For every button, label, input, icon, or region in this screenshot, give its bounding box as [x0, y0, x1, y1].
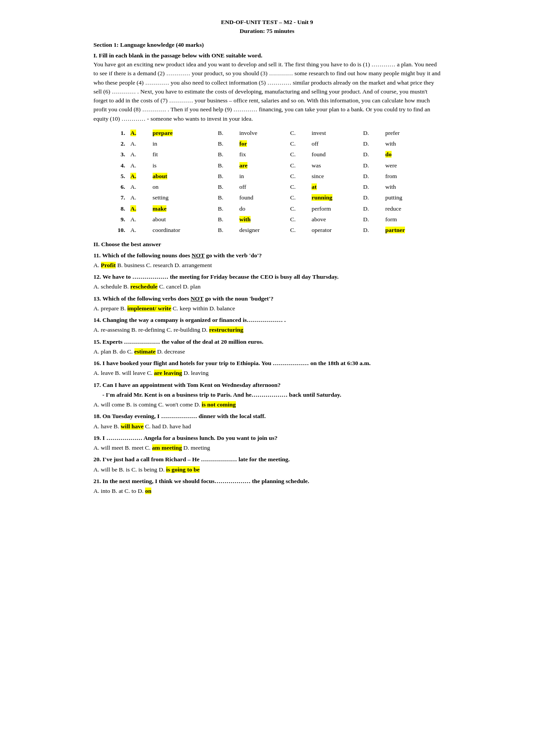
choice-b-letter: B.: [215, 138, 237, 149]
answer-line: A. prepare B. implement/ write C. keep w…: [93, 304, 441, 313]
question-text: 11. Which of the following nouns does NO…: [93, 251, 441, 260]
choice-b-val: designer: [237, 225, 287, 236]
choice-num: 5.: [102, 171, 128, 182]
choice-b-letter: B.: [215, 171, 237, 182]
part2-label: II. Choose the best answer: [93, 240, 441, 249]
choice-d-val: form: [383, 214, 432, 225]
choice-c-val: was: [309, 160, 360, 171]
choice-num: 8.: [102, 203, 128, 214]
part1-label: I. Fill in each blank in the passage bel…: [93, 51, 441, 60]
choice-d-letter: D.: [360, 160, 383, 171]
choice-d-val: were: [383, 160, 432, 171]
exam-duration: Duration: 75 minutes: [93, 27, 441, 36]
choice-c-val: perform: [309, 203, 360, 214]
question-block: 21. In the next meeting, I think we shou…: [93, 477, 441, 496]
choice-c-val: above: [309, 214, 360, 225]
choice-c-letter: C.: [287, 214, 309, 225]
answer-line: A. schedule B. reschedule C. cancel D. p…: [93, 282, 441, 291]
choice-d-letter: D.: [360, 182, 383, 192]
choice-b-val: in: [237, 171, 287, 182]
choice-a-val: about: [150, 214, 215, 225]
choice-b-letter: B.: [215, 182, 237, 192]
choice-a-letter: A.: [128, 128, 150, 138]
question-block: 13. Which of the following verbs does NO…: [93, 294, 441, 313]
choice-c-letter: C.: [287, 138, 309, 149]
choice-b-val: are: [237, 160, 287, 171]
choice-num: 6.: [102, 182, 128, 192]
choice-b-letter: B.: [215, 214, 237, 225]
choice-a-letter: A.: [128, 192, 150, 203]
choice-c-letter: C.: [287, 160, 309, 171]
choice-num: 3.: [102, 149, 128, 160]
choice-d-val: from: [383, 171, 432, 182]
question-text: 20. I've just had a call from Richard – …: [93, 455, 441, 464]
choice-num: 4.: [102, 160, 128, 171]
question-block: 12. We have to ……………… the meeting for Fr…: [93, 272, 441, 292]
answer-line: A. into B. at C. to D. on: [93, 487, 441, 496]
choice-a-val: coordinator: [150, 225, 215, 236]
choice-b-val: for: [237, 138, 287, 149]
question-block: 11. Which of the following nouns does NO…: [93, 251, 441, 270]
choice-d-letter: D.: [360, 138, 383, 149]
choice-c-letter: C.: [287, 128, 309, 138]
choice-d-val: prefer: [383, 128, 432, 138]
question-text: 13. Which of the following verbs does NO…: [93, 294, 441, 303]
answer-line: A. will meet B. meet C. am meeting D. me…: [93, 443, 441, 452]
choice-a-val: prepare: [150, 128, 215, 138]
choice-d-val: partner: [383, 225, 432, 236]
choice-b-letter: B.: [215, 225, 237, 236]
choice-c-val: off: [309, 138, 360, 149]
choice-a-letter: A.: [128, 138, 150, 149]
choice-a-letter: A.: [128, 182, 150, 192]
choice-num: 1.: [102, 128, 128, 138]
choice-d-letter: D.: [360, 128, 383, 138]
question-text: 19. I ……………… Angela for a business lunch…: [93, 434, 441, 443]
choice-d-letter: D.: [360, 149, 383, 160]
choice-b-val: do: [237, 203, 287, 214]
answer-line: A. have B. will have C. had D. have had: [93, 422, 441, 431]
choice-b-letter: B.: [215, 203, 237, 214]
choice-a-letter: A.: [128, 171, 150, 182]
choice-d-letter: D.: [360, 214, 383, 225]
question-block: 14. Changing the way a company is organi…: [93, 316, 441, 335]
choice-num: 7.: [102, 192, 128, 203]
choice-d-val: with: [383, 182, 432, 192]
choice-d-val: reduce: [383, 203, 432, 214]
section1-label: Section 1: Language knowledge (40 marks): [93, 41, 441, 49]
choice-b-val: found: [237, 192, 287, 203]
choice-a-val: in: [150, 138, 215, 149]
question-block: 17. Can I have an appointment with Tom K…: [93, 381, 441, 410]
choice-d-letter: D.: [360, 171, 383, 182]
question-block: 15. Experts ……………… the value of the deal…: [93, 337, 441, 357]
choice-b-val: fix: [237, 149, 287, 160]
choice-a-val: about: [150, 171, 215, 182]
answer-line: A. plan B. do C. estimate D. decrease: [93, 347, 441, 356]
answer-line: A. re-assessing B. re-defining C. re-bui…: [93, 325, 441, 334]
choice-c-val: since: [309, 171, 360, 182]
choice-num: 10.: [102, 225, 128, 236]
choice-c-letter: C.: [287, 225, 309, 236]
choice-d-val: with: [383, 138, 432, 149]
choice-num: 2.: [102, 138, 128, 149]
choice-a-val: fit: [150, 149, 215, 160]
choice-c-val: invest: [309, 128, 360, 138]
choice-d-letter: D.: [360, 225, 383, 236]
choice-a-val: setting: [150, 192, 215, 203]
question-block: 19. I ……………… Angela for a business lunch…: [93, 434, 441, 453]
exam-title: END-OF-UNIT TEST – M2 - Unit 9: [93, 18, 441, 27]
choice-d-val: do: [383, 149, 432, 160]
choice-b-val: off: [237, 182, 287, 192]
choice-a-letter: A.: [128, 225, 150, 236]
question-block: 16. I have booked your flight and hotels…: [93, 359, 441, 378]
question-block: 20. I've just had a call from Richard – …: [93, 455, 441, 474]
question-text: 14. Changing the way a company is organi…: [93, 316, 441, 325]
choice-d-val: putting: [383, 192, 432, 203]
passage-text: You have got an exciting new product ide…: [93, 60, 441, 123]
answer-line: A. Profit B. business C. research D. arr…: [93, 261, 441, 270]
question-text: 21. In the next meeting, I think we shou…: [93, 477, 441, 486]
choice-c-val: running: [309, 192, 360, 203]
choice-num: 9.: [102, 214, 128, 225]
choice-a-val: make: [150, 203, 215, 214]
questions-container: 11. Which of the following nouns does NO…: [93, 251, 441, 496]
choice-a-letter: A.: [128, 214, 150, 225]
